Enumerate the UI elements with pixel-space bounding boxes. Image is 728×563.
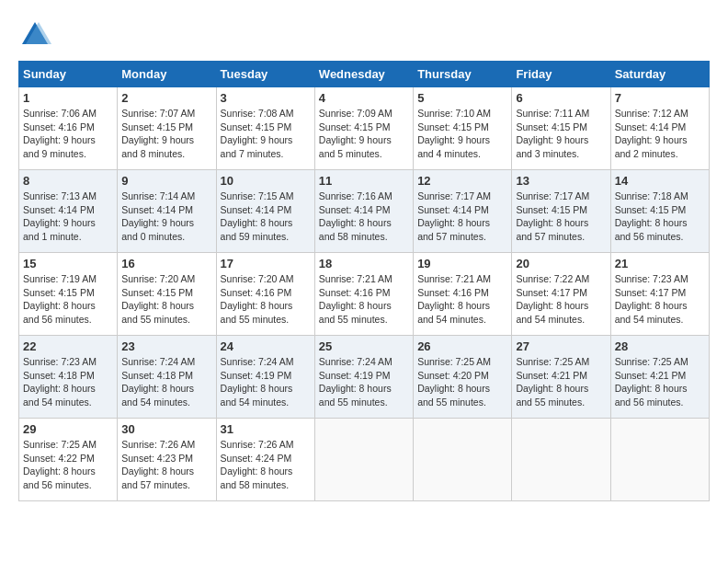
day-number: 15 — [23, 257, 113, 270]
day-info: Sunrise: 7:25 AM Sunset: 4:22 PM Dayligh… — [23, 438, 113, 492]
calendar-cell: 18Sunrise: 7:21 AM Sunset: 4:16 PM Dayli… — [314, 253, 413, 336]
calendar-cell: 2Sunrise: 7:07 AM Sunset: 4:15 PM Daylig… — [118, 87, 216, 170]
calendar-cell: 7Sunrise: 7:12 AM Sunset: 4:14 PM Daylig… — [610, 87, 709, 170]
calendar-cell: 24Sunrise: 7:24 AM Sunset: 4:19 PM Dayli… — [216, 336, 314, 419]
calendar-cell: 12Sunrise: 7:17 AM Sunset: 4:14 PM Dayli… — [414, 170, 512, 253]
calendar-cell: 23Sunrise: 7:24 AM Sunset: 4:18 PM Dayli… — [118, 336, 216, 419]
calendar-cell: 3Sunrise: 7:08 AM Sunset: 4:15 PM Daylig… — [216, 87, 314, 170]
calendar-cell: 31Sunrise: 7:26 AM Sunset: 4:24 PM Dayli… — [216, 419, 314, 501]
day-info: Sunrise: 7:10 AM Sunset: 4:15 PM Dayligh… — [417, 107, 507, 161]
day-info: Sunrise: 7:13 AM Sunset: 4:14 PM Dayligh… — [23, 190, 113, 244]
day-number: 23 — [121, 339, 211, 353]
day-number: 10 — [221, 174, 311, 188]
day-number: 22 — [23, 339, 113, 353]
day-info: Sunrise: 7:16 AM Sunset: 4:14 PM Dayligh… — [319, 190, 409, 244]
day-info: Sunrise: 7:26 AM Sunset: 4:23 PM Dayligh… — [121, 438, 211, 492]
calendar-cell: 9Sunrise: 7:14 AM Sunset: 4:14 PM Daylig… — [118, 170, 216, 253]
day-number: 27 — [516, 339, 606, 353]
day-number: 6 — [516, 91, 606, 105]
day-number: 12 — [417, 174, 507, 188]
day-number: 16 — [121, 257, 211, 270]
day-number: 13 — [516, 174, 606, 188]
day-number: 11 — [319, 174, 409, 188]
day-info: Sunrise: 7:22 AM Sunset: 4:17 PM Dayligh… — [516, 272, 606, 327]
calendar-cell — [414, 419, 512, 501]
day-info: Sunrise: 7:24 AM Sunset: 4:19 PM Dayligh… — [221, 355, 311, 409]
calendar-cell: 30Sunrise: 7:26 AM Sunset: 4:23 PM Dayli… — [118, 419, 216, 501]
day-info: Sunrise: 7:24 AM Sunset: 4:18 PM Dayligh… — [121, 355, 211, 409]
day-info: Sunrise: 7:15 AM Sunset: 4:14 PM Dayligh… — [221, 190, 311, 244]
day-number: 8 — [23, 174, 113, 188]
calendar-cell: 26Sunrise: 7:25 AM Sunset: 4:20 PM Dayli… — [414, 336, 512, 419]
day-info: Sunrise: 7:25 AM Sunset: 4:20 PM Dayligh… — [417, 355, 507, 409]
day-number: 3 — [221, 91, 311, 105]
day-number: 7 — [615, 91, 705, 105]
calendar-cell: 13Sunrise: 7:17 AM Sunset: 4:15 PM Dayli… — [512, 170, 610, 253]
day-number: 14 — [615, 174, 705, 188]
day-info: Sunrise: 7:08 AM Sunset: 4:15 PM Dayligh… — [221, 107, 311, 161]
calendar-cell: 16Sunrise: 7:20 AM Sunset: 4:15 PM Dayli… — [118, 253, 216, 336]
day-number: 18 — [319, 257, 409, 270]
day-info: Sunrise: 7:26 AM Sunset: 4:24 PM Dayligh… — [221, 438, 311, 492]
day-number: 21 — [615, 257, 705, 270]
calendar-cell: 20Sunrise: 7:22 AM Sunset: 4:17 PM Dayli… — [512, 253, 610, 336]
day-number: 1 — [23, 91, 113, 105]
day-number: 20 — [516, 257, 606, 270]
calendar-cell — [512, 419, 610, 501]
day-info: Sunrise: 7:25 AM Sunset: 4:21 PM Dayligh… — [516, 355, 606, 409]
calendar-table: SundayMondayTuesdayWednesdayThursdayFrid… — [18, 61, 710, 501]
day-number: 31 — [221, 422, 311, 436]
calendar-cell: 6Sunrise: 7:11 AM Sunset: 4:15 PM Daylig… — [512, 87, 610, 170]
day-number: 19 — [417, 257, 507, 270]
day-info: Sunrise: 7:23 AM Sunset: 4:17 PM Dayligh… — [615, 272, 705, 327]
calendar-cell: 27Sunrise: 7:25 AM Sunset: 4:21 PM Dayli… — [512, 336, 610, 419]
calendar-day-header: Thursday — [414, 62, 512, 87]
calendar-cell: 4Sunrise: 7:09 AM Sunset: 4:15 PM Daylig… — [314, 87, 413, 170]
day-number: 29 — [23, 422, 113, 436]
logo — [18, 18, 55, 52]
calendar-cell — [610, 419, 709, 501]
day-number: 26 — [417, 339, 507, 353]
calendar-cell: 22Sunrise: 7:23 AM Sunset: 4:18 PM Dayli… — [19, 336, 118, 419]
calendar-week-row: 29Sunrise: 7:25 AM Sunset: 4:22 PM Dayli… — [19, 419, 710, 501]
calendar-cell: 28Sunrise: 7:25 AM Sunset: 4:21 PM Dayli… — [610, 336, 709, 419]
calendar-day-header: Wednesday — [314, 62, 413, 87]
calendar-day-header: Saturday — [610, 62, 709, 87]
day-info: Sunrise: 7:17 AM Sunset: 4:15 PM Dayligh… — [516, 190, 606, 244]
page-header — [18, 18, 710, 52]
day-number: 17 — [221, 257, 311, 270]
day-number: 30 — [121, 422, 211, 436]
calendar-cell: 1Sunrise: 7:06 AM Sunset: 4:16 PM Daylig… — [19, 87, 118, 170]
logo-icon — [18, 18, 51, 52]
calendar-week-row: 22Sunrise: 7:23 AM Sunset: 4:18 PM Dayli… — [19, 336, 710, 419]
calendar-cell: 21Sunrise: 7:23 AM Sunset: 4:17 PM Dayli… — [610, 253, 709, 336]
day-info: Sunrise: 7:25 AM Sunset: 4:21 PM Dayligh… — [615, 355, 705, 409]
day-info: Sunrise: 7:23 AM Sunset: 4:18 PM Dayligh… — [23, 355, 113, 409]
calendar-day-header: Friday — [512, 62, 610, 87]
calendar-day-header: Monday — [118, 62, 216, 87]
calendar-week-row: 8Sunrise: 7:13 AM Sunset: 4:14 PM Daylig… — [19, 170, 710, 253]
day-info: Sunrise: 7:20 AM Sunset: 4:15 PM Dayligh… — [121, 272, 211, 327]
calendar-cell: 25Sunrise: 7:24 AM Sunset: 4:19 PM Dayli… — [314, 336, 413, 419]
calendar-day-header: Tuesday — [216, 62, 314, 87]
day-info: Sunrise: 7:14 AM Sunset: 4:14 PM Dayligh… — [121, 190, 211, 244]
day-info: Sunrise: 7:12 AM Sunset: 4:14 PM Dayligh… — [615, 107, 705, 161]
day-number: 9 — [121, 174, 211, 188]
day-number: 24 — [221, 339, 311, 353]
calendar-cell: 14Sunrise: 7:18 AM Sunset: 4:15 PM Dayli… — [610, 170, 709, 253]
day-info: Sunrise: 7:07 AM Sunset: 4:15 PM Dayligh… — [121, 107, 211, 161]
day-number: 4 — [319, 91, 409, 105]
calendar-cell: 17Sunrise: 7:20 AM Sunset: 4:16 PM Dayli… — [216, 253, 314, 336]
day-number: 28 — [615, 339, 705, 353]
day-info: Sunrise: 7:21 AM Sunset: 4:16 PM Dayligh… — [319, 272, 409, 327]
day-info: Sunrise: 7:19 AM Sunset: 4:15 PM Dayligh… — [23, 272, 113, 327]
day-info: Sunrise: 7:06 AM Sunset: 4:16 PM Dayligh… — [23, 107, 113, 161]
calendar-cell: 15Sunrise: 7:19 AM Sunset: 4:15 PM Dayli… — [19, 253, 118, 336]
day-info: Sunrise: 7:17 AM Sunset: 4:14 PM Dayligh… — [417, 190, 507, 244]
day-number: 25 — [319, 339, 409, 353]
day-info: Sunrise: 7:11 AM Sunset: 4:15 PM Dayligh… — [516, 107, 606, 161]
calendar-day-header: Sunday — [19, 62, 118, 87]
calendar-cell: 19Sunrise: 7:21 AM Sunset: 4:16 PM Dayli… — [414, 253, 512, 336]
day-info: Sunrise: 7:09 AM Sunset: 4:15 PM Dayligh… — [319, 107, 409, 161]
calendar-cell: 8Sunrise: 7:13 AM Sunset: 4:14 PM Daylig… — [19, 170, 118, 253]
